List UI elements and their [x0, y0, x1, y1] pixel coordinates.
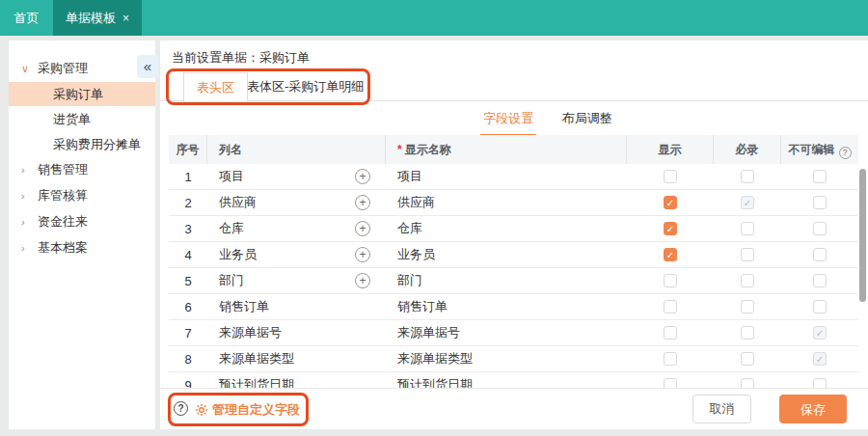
required-checkbox[interactable]: ✓ — [741, 248, 754, 261]
column-name-cell: 销售订单 — [207, 298, 386, 315]
show-checkbox[interactable]: ✓ — [664, 352, 677, 366]
show-checkbox[interactable]: ✓ — [664, 300, 677, 313]
display-name-cell[interactable]: 预计到货日期 — [386, 376, 627, 388]
display-name-cell[interactable]: 来源单据号 — [386, 324, 627, 341]
tab-header-area[interactable]: 表头区 — [183, 72, 248, 102]
help-icon[interactable]: ? — [839, 147, 852, 159]
readonly-checkbox[interactable]: ✓ — [813, 170, 827, 183]
required-cell: ✓ — [714, 222, 781, 235]
readonly-checkbox[interactable]: ✓ — [813, 274, 827, 287]
sidebar-item[interactable]: 采购订单 — [9, 82, 155, 106]
readonly-checkbox[interactable]: ✓ — [813, 248, 827, 261]
readonly-cell: ✓ — [781, 170, 858, 183]
show-checkbox[interactable]: ✓ — [664, 222, 677, 235]
sidebar-item[interactable]: ›资金往来 — [9, 209, 155, 233]
readonly-cell: ✓ — [781, 248, 858, 261]
sidebar-tree: ∨采购管理采购订单进货单采购费用分摊单›销售管理›库管核算›资金往来›基本档案 — [9, 56, 155, 259]
readonly-checkbox[interactable]: ✓ — [813, 222, 827, 235]
table-row: 7来源单据号来源单据号✓✓✓ — [169, 320, 858, 346]
chevron-right-icon: › — [21, 158, 38, 182]
display-name-cell[interactable]: 部门 — [386, 272, 627, 289]
sidebar-item[interactable]: 采购费用分摊单 — [9, 132, 155, 156]
readonly-cell: ✓ — [781, 196, 858, 209]
col-header-required: 必录 — [714, 135, 781, 164]
col-header-show: 显示 — [627, 135, 714, 164]
display-name-cell[interactable]: 项目 — [386, 168, 627, 185]
sidebar-item[interactable]: 进货单 — [9, 107, 155, 131]
required-checkbox[interactable]: ✓ — [741, 274, 754, 287]
tab-document-template[interactable]: 单据模板 × — [53, 0, 142, 36]
required-cell: ✓ — [714, 196, 781, 209]
show-cell: ✓ — [627, 378, 714, 388]
chevron-right-icon: › — [21, 184, 38, 208]
display-name-cell[interactable]: 销售订单 — [386, 298, 627, 315]
sidebar-item[interactable]: ∨采购管理 — [9, 56, 155, 80]
tab-field-settings[interactable]: 字段设置 — [480, 106, 536, 136]
show-checkbox[interactable]: ✓ — [664, 274, 677, 287]
close-tab-icon[interactable]: × — [122, 12, 129, 25]
show-checkbox[interactable]: ✓ — [664, 196, 677, 209]
chevron-down-icon: ∨ — [21, 57, 38, 81]
show-cell: ✓ — [627, 222, 714, 235]
row-index: 5 — [169, 274, 207, 288]
table-row: 2供应商+供应商✓✓✓ — [169, 190, 858, 216]
required-checkbox[interactable]: ✓ — [741, 196, 754, 209]
row-index: 8 — [169, 352, 207, 367]
column-name-cell: 供应商+ — [207, 194, 386, 211]
readonly-checkbox[interactable]: ✓ — [813, 300, 827, 313]
add-circle-icon[interactable]: + — [355, 195, 370, 210]
show-cell: ✓ — [627, 326, 714, 340]
show-cell: ✓ — [627, 196, 714, 209]
current-doc-label: 当前设置单据：采购订单 — [172, 49, 310, 67]
readonly-cell: ✓ — [781, 222, 858, 235]
show-checkbox[interactable]: ✓ — [664, 378, 677, 388]
sidebar-item-label: 采购管理 — [38, 61, 88, 75]
row-index: 9 — [169, 378, 207, 389]
scrollbar-thumb[interactable] — [859, 169, 866, 302]
display-name-cell[interactable]: 供应商 — [386, 194, 627, 211]
required-cell: ✓ — [714, 300, 781, 313]
sidebar-item[interactable]: ›销售管理 — [9, 157, 155, 181]
readonly-checkbox[interactable]: ✓ — [813, 196, 827, 209]
column-name-label: 预计到货日期 — [219, 376, 294, 388]
manage-custom-fields-link[interactable]: 管理自定义字段 — [195, 401, 300, 419]
add-circle-icon[interactable]: + — [355, 247, 370, 262]
tab-layout-adjust[interactable]: 布局调整 — [559, 106, 615, 134]
required-checkbox[interactable]: ✓ — [741, 222, 754, 235]
display-name-cell[interactable]: 来源单据类型 — [386, 350, 627, 368]
required-checkbox[interactable]: ✓ — [741, 300, 754, 313]
show-checkbox[interactable]: ✓ — [664, 248, 677, 261]
add-circle-icon[interactable]: + — [355, 273, 370, 288]
required-checkbox[interactable]: ✓ — [741, 326, 754, 340]
readonly-checkbox[interactable]: ✓ — [813, 378, 827, 388]
show-checkbox[interactable]: ✓ — [664, 326, 677, 340]
column-name-label: 项目 — [219, 168, 244, 185]
table-header-row: 序号 列名 *显示名称 显示 必录 不可编辑? — [169, 135, 858, 164]
add-circle-icon[interactable]: + — [355, 169, 370, 184]
sidebar-item[interactable]: ›基本档案 — [9, 235, 155, 259]
manage-custom-fields-label: 管理自定义字段 — [212, 401, 300, 419]
sidebar-collapse-icon[interactable]: « — [137, 55, 158, 78]
sidebar-item[interactable]: ›库管核算 — [9, 183, 155, 207]
required-checkbox[interactable]: ✓ — [741, 378, 754, 388]
row-index: 3 — [169, 222, 207, 236]
required-checkbox[interactable]: ✓ — [741, 170, 754, 183]
col-header-column-name: 列名 — [207, 135, 386, 164]
question-icon[interactable]: ? — [174, 401, 188, 416]
tab-home[interactable]: 首页 — [0, 0, 53, 36]
display-name-cell[interactable]: 仓库 — [386, 220, 627, 237]
readonly-checkbox[interactable]: ✓ — [813, 352, 827, 366]
column-name-cell: 来源单据号 — [207, 324, 386, 341]
sidebar-item-label: 销售管理 — [38, 162, 88, 177]
required-checkbox[interactable]: ✓ — [741, 352, 754, 366]
add-circle-icon[interactable]: + — [355, 221, 370, 236]
tab-document-template-label: 单据模板 — [66, 10, 116, 27]
table-row: 5部门+部门✓✓✓ — [169, 268, 858, 294]
display-name-cell[interactable]: 业务员 — [386, 246, 627, 263]
readonly-checkbox[interactable]: ✓ — [813, 326, 827, 340]
readonly-cell: ✓ — [781, 378, 858, 388]
cancel-button[interactable]: 取消 — [692, 395, 751, 423]
show-checkbox[interactable]: ✓ — [664, 170, 677, 183]
save-button[interactable]: 保存 — [779, 395, 847, 423]
tab-body-area[interactable]: 表体区-采购订单明细 — [239, 72, 371, 101]
